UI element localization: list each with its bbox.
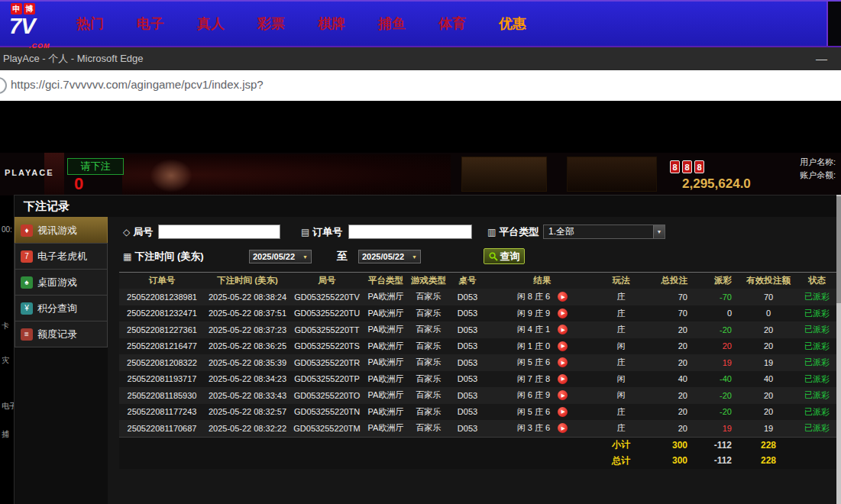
date-from-select[interactable]: 2025/05/22 ▼ <box>249 250 312 263</box>
sidebar-item-label: 视讯游戏 <box>37 224 77 237</box>
list-icon: ▥ <box>487 227 496 237</box>
background-fragment: 捕 <box>2 429 14 440</box>
table-row: 2505220811937172025-05-22 08:34:23GD0532… <box>119 371 838 388</box>
points-query-icon: ¥ <box>21 302 33 315</box>
column-header: 下注时间 (美东) <box>205 273 290 289</box>
slot-machine-icon: 7 <box>21 250 33 263</box>
subtotal-valid: 228 <box>741 438 796 453</box>
filter-label: 下注时间 (美东) <box>134 250 203 263</box>
column-header: 状态 <box>796 273 838 289</box>
screen: 申 博 7V.COM 热门电子真人彩票棋牌捕鱼体育优惠 PlayAce - 个人… <box>0 0 841 504</box>
nav-item[interactable]: 优惠 <box>499 15 526 33</box>
nav-menu: 热门电子真人彩票棋牌捕鱼体育优惠 <box>76 2 526 46</box>
balance-amount: 2,295,624.0 <box>682 176 751 192</box>
column-header: 有效投注额 <box>741 273 796 289</box>
replay-button[interactable]: ▶ <box>558 325 568 334</box>
table-row: 2505220812083222025-05-22 08:35:39GD0532… <box>119 354 838 371</box>
nav-item[interactable]: 真人 <box>197 15 225 33</box>
records-table: 订单号下注时间 (美东)局号平台类型游戏类型桌号结果玩法总投注派彩有效投注额状态… <box>119 272 838 469</box>
replay-button[interactable]: ▶ <box>558 407 568 417</box>
logo-suffix: .COM <box>29 35 72 57</box>
card: 8 <box>682 160 692 173</box>
column-header: 局号 <box>290 273 364 289</box>
total-valid: 228 <box>741 453 796 469</box>
bet-prompt: 请下注 <box>67 158 124 175</box>
chevron-down-icon: ▼ <box>653 225 665 238</box>
nav-item[interactable]: 电子 <box>137 15 164 33</box>
total-payout: -112 <box>697 453 741 469</box>
background-fragment: 灾 <box>2 355 14 366</box>
sidebar-item[interactable]: ♠桌面游戏 <box>15 269 108 296</box>
game-background: PLAYACE 请下注 0 8 8 8 2,295,624.0 用户名称: 账户… <box>0 153 841 195</box>
date-to-select[interactable]: 2025/05/22 ▼ <box>358 250 421 263</box>
table-header: 订单号下注时间 (美东)局号平台类型游戏类型桌号结果玩法总投注派彩有效投注额状态 <box>119 272 838 289</box>
minimize-button[interactable]: — <box>816 55 827 63</box>
column-header: 平台类型 <box>364 273 408 289</box>
replay-button[interactable]: ▶ <box>558 341 568 351</box>
site-logo[interactable]: 申 博 7V.COM <box>9 3 72 46</box>
nav-item[interactable]: 热门 <box>76 15 104 33</box>
scrollbar-thumb[interactable] <box>836 196 841 303</box>
left-edge-fragments: 00:卡灾电子捕 <box>0 0 14 504</box>
search-button[interactable]: 查询 <box>484 248 525 264</box>
replay-button[interactable]: ▶ <box>558 390 568 400</box>
modal-sidebar: ♦视讯游戏7电子老虎机♠桌面游戏¥积分查询≡额度记录 <box>15 218 108 347</box>
document-icon: ▤ <box>301 227 309 237</box>
replay-button[interactable]: ▶ <box>558 292 568 302</box>
nav-item[interactable]: 彩票 <box>257 15 285 33</box>
replay-button[interactable]: ▶ <box>558 423 568 433</box>
date-from-value: 2025/05/22 <box>253 252 295 261</box>
table-body: 2505220812389812025-05-22 08:38:24GD0532… <box>119 289 838 469</box>
countdown-value: 0 <box>74 174 83 194</box>
column-header: 结果 <box>486 273 599 289</box>
result-text: 闲 4 庄 1 <box>517 324 550 335</box>
result-text: 闲 6 庄 9 <box>517 389 550 401</box>
table-row: 2505220812324712025-05-22 08:37:51GD0532… <box>119 305 838 322</box>
card: 8 <box>694 160 704 173</box>
background-fragment: 电子 <box>2 401 14 412</box>
decor <box>150 159 192 192</box>
address-bar[interactable]: https://gci.7vvvvvv.com/agingame/pcv1/in… <box>0 70 841 101</box>
nav-item[interactable]: 体育 <box>438 15 466 33</box>
sidebar-item[interactable]: ¥积分查询 <box>15 295 108 321</box>
sidebar-item-label: 额度记录 <box>37 328 77 341</box>
scrollbar[interactable] <box>836 195 841 504</box>
round-filter-label: ◇ 局号 <box>123 225 153 240</box>
sidebar-item[interactable]: ♦视讯游戏 <box>15 217 108 244</box>
decor <box>461 157 547 192</box>
top-nav: 申 博 7V.COM 热门电子真人彩票棋牌捕鱼体育优惠 <box>0 0 841 47</box>
search-icon <box>489 252 498 261</box>
sidebar-item[interactable]: ≡额度记录 <box>15 321 108 347</box>
order-input[interactable] <box>348 225 472 239</box>
diamond-icon: ◇ <box>123 227 130 237</box>
nav-item[interactable]: 棋牌 <box>318 15 345 33</box>
column-header: 桌号 <box>449 273 486 289</box>
result-text: 闲 5 庄 6 <box>517 357 550 368</box>
filter-label: 平台类型 <box>499 225 539 239</box>
sidebar-item-label: 电子老虎机 <box>37 250 87 263</box>
filter-label: 局号 <box>133 225 153 239</box>
decor <box>567 157 657 192</box>
round-input[interactable] <box>158 225 280 239</box>
total-bet: 300 <box>643 453 697 469</box>
replay-button[interactable]: ▶ <box>558 374 568 384</box>
platform-select[interactable]: 1.全部 ▼ <box>543 225 665 239</box>
window-titlebar: PlayAce - 个人 - Microsoft Edge — <box>0 47 841 70</box>
result-text: 闲 7 庄 8 <box>517 373 550 385</box>
platform-filter-label: ▥ 平台类型 <box>487 225 539 240</box>
sidebar-item-label: 积分查询 <box>37 302 77 315</box>
sidebar-item[interactable]: 7电子老虎机 <box>15 243 108 270</box>
replay-button[interactable]: ▶ <box>558 357 568 367</box>
modal-title: 下注记录 <box>24 199 70 214</box>
subtotal-label: 小计 <box>599 438 643 453</box>
sidebar-item-label: 桌面游戏 <box>37 276 77 289</box>
background-fragment: 00: <box>2 225 14 234</box>
table-row: 2505220811772432025-05-22 08:32:57GD0532… <box>119 404 838 421</box>
nav-item[interactable]: 捕鱼 <box>378 15 406 33</box>
table-row: 2505220811706872025-05-22 08:32:22GD0532… <box>119 420 838 437</box>
replay-button[interactable]: ▶ <box>558 309 568 318</box>
table-row: 2505220812389812025-05-22 08:38:24GD0532… <box>119 289 838 305</box>
date-to-value: 2025/05/22 <box>362 252 404 261</box>
logo-brand: 7V.COM <box>9 15 72 57</box>
table-row: 2505220812164772025-05-22 08:36:25GD0532… <box>119 338 838 355</box>
